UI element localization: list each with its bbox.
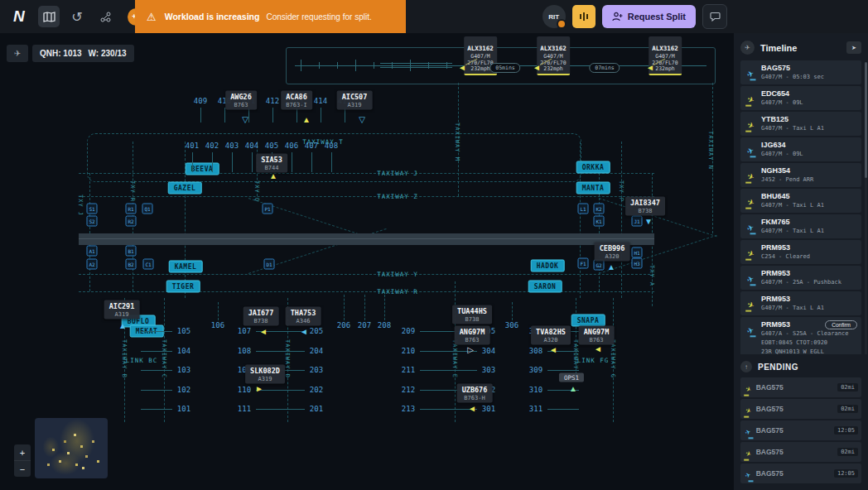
- aircraft-tag-ang97m[interactable]: ANG97MB763: [579, 326, 615, 345]
- stand-number: 208: [378, 321, 391, 329]
- pending-list: ✈BAG57502mi✈BAG57502mi✈BAG57512:05✈BAG57…: [734, 377, 868, 490]
- pending-entry-bag575[interactable]: ✈BAG57512:05: [740, 420, 861, 440]
- timeline-entry-bhu645[interactable]: ✈BHU645G407/M - Taxi L A1: [740, 189, 861, 213]
- waypoint-saron[interactable]: SARON: [528, 281, 562, 293]
- aircraft-icon[interactable]: ◄: [468, 405, 476, 413]
- airport-map[interactable]: ✈ QNH: 1013 W: 230/13 ALX3162G407/M270/F…: [0, 33, 734, 490]
- aircraft-tag-sia53[interactable]: SIA53B744: [256, 154, 287, 173]
- callsign: BAG575: [756, 469, 829, 478]
- aircraft-icon[interactable]: ▽: [359, 116, 365, 124]
- callsign: IJG634: [761, 141, 803, 149]
- aircraft-tag-ceb996[interactable]: CEB996A320: [595, 243, 630, 262]
- timeline-entry-fkm765[interactable]: ✈FKM765G407/M - Taxi L A1: [740, 214, 861, 238]
- minimap[interactable]: [35, 418, 108, 478]
- hold-point-s2: S2: [87, 216, 98, 227]
- timeline-entry-bag575[interactable]: ✈BAG575G407/M - 05:03 sec: [740, 60, 861, 84]
- aircraft-tag-awg26[interactable]: AWG26B763: [225, 91, 257, 110]
- aircraft-icon[interactable]: ▲: [607, 263, 615, 271]
- stand-number: 107: [238, 327, 251, 335]
- aircraft-tag-tva82hs[interactable]: TVA82HSA320: [531, 326, 571, 345]
- timeline-entry-ngh354[interactable]: ✈NGH354J452 - Pend ARR: [740, 163, 861, 187]
- confirm-button[interactable]: Confirm: [825, 320, 857, 329]
- stand-number: 101: [177, 405, 190, 413]
- map-view-icon[interactable]: [38, 6, 60, 27]
- timeline-entry-prm953[interactable]: ✈PRM953G407/A - S25A - ClearanceEOBT:084…: [740, 317, 861, 354]
- waypoint-kamel[interactable]: KAMEL: [169, 261, 203, 273]
- taxiway-line: [344, 295, 345, 320]
- timeline-entry-prm953[interactable]: ✈PRM953C254 - Cleared: [740, 240, 861, 264]
- waypoint-beeva[interactable]: BEEVA: [186, 163, 219, 175]
- workload-alert-banner[interactable]: ⚠ Workload is increasing Consider reques…: [135, 0, 406, 33]
- weather-icon[interactable]: ✈: [7, 45, 28, 62]
- taxiway-label: TAXIWAY E: [451, 339, 458, 378]
- runway[interactable]: [79, 233, 654, 245]
- waypoint-gazel[interactable]: GAZEL: [168, 182, 202, 195]
- timeline-entry-ijg634[interactable]: ✈IJG634G407/M - 09L: [740, 137, 861, 161]
- zoom-in-button[interactable]: +: [14, 444, 31, 461]
- alert-title: Workload is increasing: [165, 12, 260, 22]
- pending-entry-bag575[interactable]: ✈BAG57512:05: [740, 464, 861, 483]
- aircraft-icon[interactable]: ▲: [118, 322, 127, 330]
- aircraft-icon[interactable]: ▲: [302, 116, 311, 124]
- user-avatar[interactable]: RIT: [542, 5, 566, 28]
- hold-point-q1: Q1: [142, 204, 153, 214]
- aircraft-tag-aca86[interactable]: ACA86B763-I: [281, 91, 312, 110]
- aircraft-tag-jai677[interactable]: JAI677B738: [244, 307, 279, 326]
- timeline-entry-body: YTB125G407/M - Taxi L A1: [761, 115, 824, 132]
- pending-entry-bag575[interactable]: ✈BAG57502mi: [740, 399, 861, 419]
- aircraft-tag-uzb676[interactable]: UZB676B763-H: [457, 384, 493, 403]
- aircraft-tag-tha753[interactable]: THA753A346: [286, 307, 321, 326]
- aircraft-tag-aic507[interactable]: AIC507A319: [337, 91, 373, 110]
- timeline-entry-ytb125[interactable]: ✈YTB125G407/M - Taxi L A1: [740, 112, 861, 136]
- timeline-title: Timeline: [760, 43, 841, 53]
- aircraft-tag-aic291[interactable]: AIC291A319: [104, 300, 140, 319]
- aircraft-icon[interactable]: ◄: [549, 346, 557, 354]
- taxiway-line: [621, 142, 622, 298]
- timeline-scrollbar[interactable]: [865, 62, 867, 354]
- aircraft-icon[interactable]: ▲: [269, 172, 277, 180]
- stand-number: 309: [529, 366, 542, 374]
- aircraft-icon[interactable]: ▽: [242, 116, 248, 124]
- taxiway-line: [89, 173, 90, 291]
- approach-aircraft-tag[interactable]: ALX3162G407/M270/FL70232mph: [537, 36, 570, 75]
- aircraft-tag-tua44hs[interactable]: TUA44HSB738: [452, 305, 492, 324]
- timeline-entry-prm953[interactable]: ✈PRM953G407/M - 25A - Pushback: [740, 266, 861, 290]
- stand-number: 408: [325, 142, 338, 150]
- ops-tag[interactable]: OPS1: [559, 373, 584, 382]
- timeline-entry-edc654[interactable]: ✈EDC654G407/M - 09L: [740, 86, 861, 110]
- waypoint-snapa[interactable]: SNAPA: [571, 315, 605, 327]
- chat-button[interactable]: [702, 4, 727, 29]
- timeline-entry-prm953[interactable]: ✈PRM953G407/M - Taxi L A1: [740, 291, 861, 315]
- aircraft-icon[interactable]: ◄: [300, 328, 308, 336]
- pending-entry-bag575[interactable]: ✈BAG57502mi: [740, 377, 861, 397]
- zoom-out-button[interactable]: −: [14, 461, 31, 477]
- entry-detail: G407/M - Taxi L A1: [761, 228, 824, 235]
- scrollbar-thumb[interactable]: [865, 62, 867, 178]
- callsign: PRM953: [761, 269, 841, 277]
- aircraft-icon[interactable]: ▷: [467, 346, 474, 354]
- stand-lead-line: [192, 152, 193, 172]
- pending-header: ↑ PENDING: [734, 354, 868, 377]
- history-icon[interactable]: ↺: [66, 6, 88, 27]
- waypoint-hadok[interactable]: HADOK: [531, 260, 565, 272]
- network-icon[interactable]: [94, 6, 116, 27]
- waypoint-tiger[interactable]: TIGER: [166, 281, 200, 293]
- aircraft-icon[interactable]: ▼: [644, 218, 653, 226]
- aircraft-icon[interactable]: ◄: [594, 345, 602, 353]
- aircraft-tag-jai8347[interactable]: JAI8347B738: [625, 197, 665, 216]
- hold-point-f1: F1: [578, 258, 589, 269]
- stand-number: 412: [266, 97, 279, 105]
- aircraft-tag-ang97m[interactable]: ANG97MB763: [455, 326, 490, 345]
- request-split-button[interactable]: Request Split: [602, 5, 696, 28]
- aircraft-tag-slk082d[interactable]: SLK082DA319: [245, 365, 285, 384]
- traffic-levels-button[interactable]: [572, 5, 596, 28]
- pending-entry-bag575[interactable]: ✈BAG57502mi: [740, 442, 861, 462]
- aircraft-icon[interactable]: ◄: [259, 328, 268, 336]
- waypoint-orkka[interactable]: ORKKA: [576, 161, 610, 174]
- taxiway-line: [384, 295, 385, 320]
- aircraft-icon[interactable]: ▲: [569, 385, 577, 393]
- waypoint-manta[interactable]: MANTA: [576, 182, 610, 195]
- collapse-panel-icon[interactable]: ➤: [846, 41, 861, 54]
- aircraft-icon[interactable]: ►: [255, 385, 263, 393]
- person-plus-icon: [612, 12, 623, 22]
